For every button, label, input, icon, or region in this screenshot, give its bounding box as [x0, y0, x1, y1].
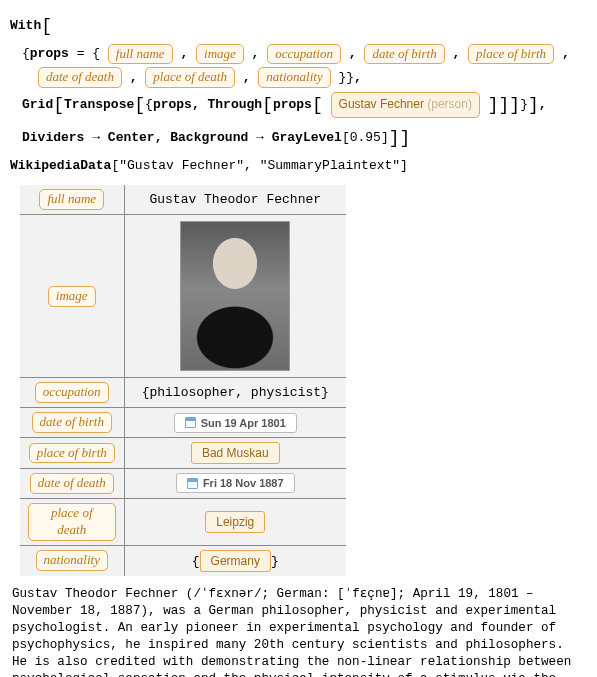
- place-badge: Germany: [200, 550, 271, 572]
- row-label-cell: date of birth: [20, 408, 124, 438]
- table-row: nationality{Germany}: [20, 545, 346, 576]
- grid-line: Grid[Transpose[{props, Through[props[ Gu…: [10, 89, 587, 121]
- summary-text: Gustav Theodor Fechner (/ˈfɛxnər/; Germa…: [10, 586, 587, 677]
- date-badge: Fri 18 Nov 1887: [176, 473, 295, 493]
- row-value-cell: Sun 19 Apr 1801: [124, 408, 346, 438]
- row-label-cell: occupation: [20, 378, 124, 408]
- prop-date-of-birth: date of birth: [364, 44, 444, 65]
- row-value-cell: {philosopher, physicist}: [124, 378, 346, 408]
- with-keyword: With: [10, 18, 41, 33]
- table-row: occupation{philosopher, physicist}: [20, 378, 346, 408]
- table-row: date of birthSun 19 Apr 1801: [20, 408, 346, 438]
- entity-gustav-fechner[interactable]: Gustav Fechner (person): [331, 92, 480, 118]
- place-badge: Bad Muskau: [191, 442, 280, 464]
- calendar-icon: [185, 417, 196, 428]
- wikipedia-line: WikipediaData["Gustav Fechner", "Summary…: [10, 154, 587, 177]
- code-input: With[ {props = { full name , image , occ…: [10, 10, 587, 177]
- table-row: place of birthBad Muskau: [20, 438, 346, 469]
- prop-date-of-death: date of death: [38, 67, 122, 88]
- row-value-cell: Gustav Theodor Fechner: [124, 185, 346, 214]
- prop-occupation: occupation: [267, 44, 341, 65]
- row-value-cell: Fri 18 Nov 1887: [124, 469, 346, 499]
- calendar-icon: [187, 478, 198, 489]
- row-value-cell: Bad Muskau: [124, 438, 346, 469]
- props-line1: {props = { full name , image , occupatio…: [10, 42, 587, 65]
- row-label-cell: image: [20, 215, 124, 378]
- row-label-cell: full name: [20, 185, 124, 214]
- place-badge: Leipzig: [205, 511, 265, 533]
- row-label-cell: place of death: [20, 498, 124, 545]
- prop-place-of-death: place of death: [145, 67, 235, 88]
- prop-place-of-birth: place of birth: [468, 44, 554, 65]
- row-label-pill: place of death: [28, 503, 116, 541]
- row-label-pill: full name: [39, 189, 104, 210]
- date-text: Sun 19 Apr 1801: [201, 417, 286, 429]
- row-label-pill: place of birth: [29, 443, 115, 464]
- row-label-pill: occupation: [35, 382, 109, 403]
- row-value-cell: {Germany}: [124, 545, 346, 576]
- row-label-pill: image: [48, 286, 96, 307]
- table-row: place of deathLeipzig: [20, 498, 346, 545]
- prop-full-name: full name: [108, 44, 173, 65]
- table-row: date of deathFri 18 Nov 1887: [20, 469, 346, 499]
- row-label-pill: nationality: [36, 550, 108, 571]
- output-grid: full nameGustav Theodor Fechnerimageoccu…: [20, 185, 346, 575]
- props-line2: date of death , place of death , nationa…: [10, 66, 587, 89]
- row-label-cell: date of death: [20, 469, 124, 499]
- opts-line: Dividers → Center, Background → GrayLeve…: [10, 122, 587, 154]
- table-row: image: [20, 215, 346, 378]
- prop-image: image: [196, 44, 244, 65]
- prop-nationality: nationality: [258, 67, 330, 88]
- date-text: Fri 18 Nov 1887: [203, 477, 284, 489]
- date-badge: Sun 19 Apr 1801: [174, 413, 297, 433]
- table-row: full nameGustav Theodor Fechner: [20, 185, 346, 214]
- row-label-pill: date of birth: [32, 412, 112, 433]
- row-label-pill: date of death: [30, 473, 114, 494]
- row-label-cell: place of birth: [20, 438, 124, 469]
- portrait-image: [180, 221, 290, 371]
- row-label-cell: nationality: [20, 545, 124, 576]
- row-value-cell: Leipzig: [124, 498, 346, 545]
- row-value-cell: [124, 215, 346, 378]
